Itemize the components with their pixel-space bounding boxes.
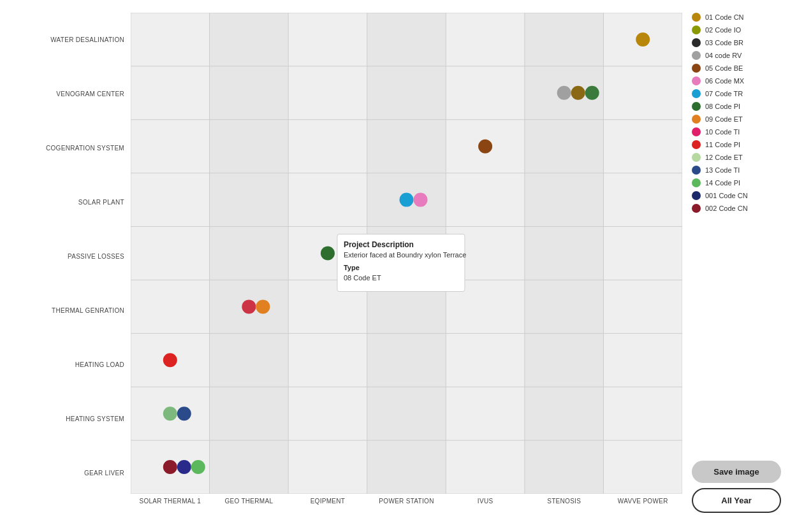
- svg-text:Project Description: Project Description: [344, 240, 414, 249]
- data-dot[interactable]: [177, 460, 191, 474]
- svg-rect-0: [131, 13, 210, 494]
- chart-area: WATER DESALINATIONVENOGRAM CENTERCOGENRA…: [13, 13, 682, 519]
- data-dot[interactable]: [191, 460, 205, 474]
- legend-item: 12 Code ET: [692, 153, 791, 162]
- legend-label: 08 Code PI: [705, 103, 740, 110]
- x-axis-label: IVUS: [446, 494, 525, 519]
- legend-items: 01 Code CN02 Code IO03 Code BR04 code RV…: [692, 13, 791, 217]
- legend-label: 002 Code CN: [705, 205, 748, 212]
- data-dot[interactable]: [163, 353, 177, 367]
- y-axis-label: GEAR LIVER: [13, 446, 131, 500]
- save-image-button[interactable]: Save image: [692, 461, 781, 483]
- legend-dot: [692, 127, 701, 136]
- legend-dot: [692, 64, 701, 73]
- x-axis-label: POWER STATION: [367, 494, 446, 519]
- legend-dot: [692, 13, 701, 22]
- legend-label: 03 Code BR: [705, 39, 743, 47]
- legend-item: 02 Code IO: [692, 25, 791, 34]
- legend-item: 13 Code TI: [692, 166, 791, 175]
- data-dot[interactable]: [242, 299, 256, 313]
- svg-rect-5: [525, 13, 604, 494]
- y-axis-label: PASSIVE LOSSES: [13, 229, 131, 284]
- legend-label: 02 Code IO: [705, 26, 741, 34]
- legend-item: 07 Code TR: [692, 89, 791, 98]
- chart-body: WATER DESALINATIONVENOGRAM CENTERCOGENRA…: [13, 13, 682, 519]
- legend-item: 001 Code CN: [692, 191, 791, 200]
- legend-area: 01 Code CN02 Code IO03 Code BR04 code RV…: [682, 13, 791, 519]
- main-container: WATER DESALINATIONVENOGRAM CENTERCOGENRA…: [0, 0, 797, 532]
- legend-item: 10 Code TI: [692, 127, 791, 136]
- y-axis-label: VENOGRAM CENTER: [13, 67, 131, 121]
- legend-dot: [692, 115, 701, 124]
- y-axis-label: HEATING SYSTEM: [13, 392, 131, 446]
- x-axis-label: WAVVE POWER: [603, 494, 682, 519]
- y-axis: WATER DESALINATIONVENOGRAM CENTERCOGENRA…: [13, 13, 131, 519]
- data-dot[interactable]: [557, 86, 571, 100]
- legend-item: 05 Code BE: [692, 64, 791, 73]
- legend-dot: [692, 102, 701, 111]
- chart-svg: Project Description Exterior faced at Bo…: [131, 13, 682, 494]
- svg-text:Exterior faced at Boundry xylo: Exterior faced at Boundry xylon Terrace: [344, 251, 466, 259]
- x-axis-label: EQIPMENT: [288, 494, 367, 519]
- legend-item: 03 Code BR: [692, 38, 791, 47]
- legend-item: 002 Code CN: [692, 204, 791, 213]
- legend-label: 01 Code CN: [705, 13, 744, 21]
- legend-dot: [692, 89, 701, 98]
- legend-dot: [692, 25, 701, 34]
- data-dot[interactable]: [177, 406, 191, 421]
- legend-dot: [692, 153, 701, 162]
- data-dot[interactable]: [400, 193, 414, 207]
- legend-label: 09 Code ET: [705, 115, 743, 123]
- data-dot[interactable]: [636, 32, 650, 47]
- legend-label: 13 Code TI: [705, 166, 740, 174]
- legend-label: 10 Code TI: [705, 128, 740, 136]
- legend-dot: [692, 51, 701, 60]
- svg-text:Type: Type: [344, 264, 360, 271]
- legend-item: 08 Code PI: [692, 102, 791, 111]
- data-dot[interactable]: [163, 406, 177, 421]
- legend-item: 01 Code CN: [692, 13, 791, 22]
- legend-dot: [692, 140, 701, 149]
- legend-label: 12 Code ET: [705, 154, 743, 161]
- data-dot[interactable]: [256, 299, 270, 313]
- legend-label: 05 Code BE: [705, 64, 743, 72]
- legend-label: 06 Code MX: [705, 77, 744, 85]
- svg-rect-6: [603, 13, 682, 494]
- grid-and-dots: Project Description Exterior faced at Bo…: [131, 13, 682, 519]
- legend-label: 07 Code TR: [705, 90, 743, 97]
- data-dot[interactable]: [478, 140, 492, 154]
- legend-dot: [692, 204, 701, 213]
- legend-label: 14 Code PI: [705, 179, 740, 187]
- legend-dot: [692, 178, 701, 187]
- all-year-button[interactable]: All Year: [692, 488, 781, 513]
- data-dot[interactable]: [585, 86, 599, 100]
- x-axis-label: SOLAR THERMAL 1: [131, 494, 210, 519]
- data-dot[interactable]: [163, 460, 177, 474]
- legend-label: 001 Code CN: [705, 192, 748, 199]
- y-axis-label: COGENRATION SYSTEM: [13, 121, 131, 175]
- x-axis: SOLAR THERMAL 1GEO THERMALEQIPMENTPOWER …: [131, 494, 682, 519]
- legend-label: 04 code RV: [705, 52, 742, 59]
- y-axis-label: WATER DESALINATION: [13, 13, 131, 67]
- legend-buttons: Save image All Year: [692, 461, 791, 519]
- x-axis-label: GEO THERMAL: [210, 494, 289, 519]
- legend-item: 04 code RV: [692, 51, 791, 60]
- legend-dot: [692, 191, 701, 200]
- legend-dot: [692, 38, 701, 47]
- legend-item: 09 Code ET: [692, 115, 791, 124]
- legend-label: 11 Code PI: [705, 141, 740, 148]
- legend-dot: [692, 76, 701, 85]
- legend-item: 14 Code PI: [692, 178, 791, 187]
- svg-rect-1: [210, 13, 289, 494]
- x-axis-label: STENOSIS: [525, 494, 604, 519]
- legend-item: 06 Code MX: [692, 76, 791, 85]
- svg-text:08 Code ET: 08 Code ET: [344, 274, 381, 282]
- data-dot[interactable]: [414, 193, 428, 207]
- y-axis-label: THERMAL GENRATION: [13, 284, 131, 338]
- y-axis-label: SOLAR PLANT: [13, 175, 131, 229]
- data-dot[interactable]: [321, 247, 335, 261]
- legend-item: 11 Code PI: [692, 140, 791, 149]
- data-dot[interactable]: [571, 86, 585, 100]
- legend-dot: [692, 166, 701, 175]
- y-axis-label: HEATING LOAD: [13, 338, 131, 392]
